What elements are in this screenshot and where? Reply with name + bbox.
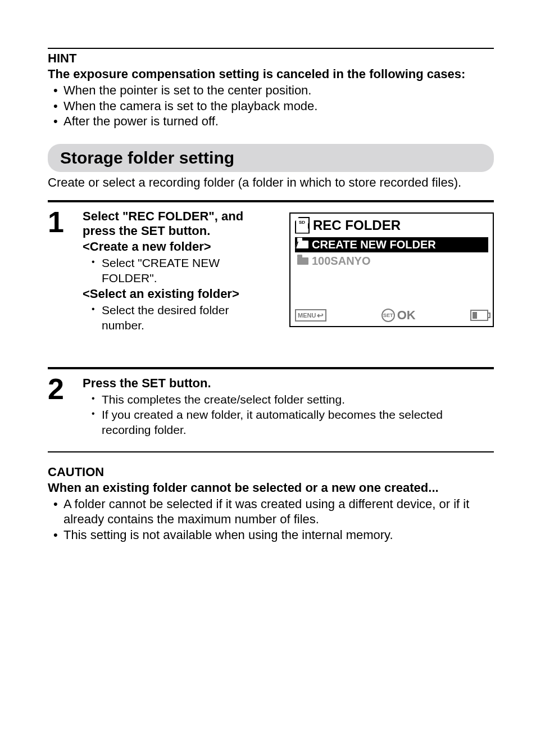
screen-title-row: REC FOLDER (290, 214, 493, 236)
battery-icon (470, 310, 488, 321)
hint-label: HINT (48, 51, 494, 66)
step-1-sub2-list: Select the desired folder number. (83, 302, 274, 333)
screen-title: REC FOLDER (313, 218, 401, 233)
screen-bottom-bar: MENU↩ SET OK (295, 308, 488, 323)
caution-bullets: A folder cannot be selected if it was cr… (48, 496, 494, 543)
return-arrow-icon: ↩ (317, 311, 324, 320)
caution-bullet: A folder cannot be selected if it was cr… (63, 496, 494, 527)
folder-open-icon (297, 241, 308, 248)
divider (48, 451, 494, 452)
caution-title: When an existing folder cannot be select… (48, 481, 494, 495)
step-number: 2 (48, 376, 67, 402)
caution-block: CAUTION When an existing folder cannot b… (48, 465, 494, 543)
folder-closed-icon (297, 257, 308, 265)
divider (48, 200, 494, 202)
step-2-bullet: If you created a new folder, it automati… (102, 407, 494, 438)
hint-bullet: When the pointer is set to the center po… (63, 83, 494, 98)
caution-label: CAUTION (48, 465, 494, 479)
hint-title: The exposure compensation setting is can… (48, 67, 494, 82)
set-ok-group: SET OK (381, 308, 416, 323)
screen-selected-row: CREATE NEW FOLDER (295, 237, 488, 252)
lcd-screen: REC FOLDER CREATE NEW FOLDER 100SANYO ME… (289, 212, 494, 327)
step-2-bullet: This completes the create/select folder … (102, 392, 494, 407)
section-lead: Create or select a recording folder (a f… (48, 175, 494, 190)
step-1-instruction: Select "REC FOLDER", and press the SET b… (83, 209, 274, 238)
divider (48, 367, 494, 369)
menu-label: MENU (298, 312, 316, 319)
page: HINT The exposure compensation setting i… (0, 0, 536, 756)
step-2-body: Press the SET button. This completes the… (83, 376, 494, 438)
section-heading: Storage folder setting (48, 144, 494, 172)
hint-block: HINT The exposure compensation setting i… (48, 51, 494, 129)
step-1-sub2-bullet: Select the desired folder number. (102, 302, 274, 333)
step-1-subhead-create: <Create a new folder> (83, 239, 274, 254)
step-2: 2 Press the SET button. This completes t… (48, 376, 494, 438)
screen-sub-row: 100SANYO (295, 253, 488, 269)
hint-bullet: When the camera is set to the playback m… (63, 98, 494, 114)
step-1-sub1-bullet: Select "CREATE NEW FOLDER". (102, 255, 274, 286)
set-icon: SET (381, 309, 395, 322)
hint-bullets: When the pointer is set to the center po… (48, 83, 494, 129)
caution-bullet: This setting is not available when using… (63, 527, 494, 543)
menu-return-icon: MENU↩ (295, 309, 326, 322)
step-2-instruction: Press the SET button. (83, 376, 494, 391)
ok-label: OK (397, 308, 416, 323)
step-2-bullets: This completes the create/select folder … (83, 392, 494, 438)
sd-card-icon (295, 217, 310, 234)
hint-bullet: After the power is turned off. (63, 114, 494, 129)
step-number: 1 (48, 209, 67, 236)
screen-sub-text: 100SANYO (312, 255, 371, 268)
divider (48, 48, 494, 49)
step-1-body: Select "REC FOLDER", and press the SET b… (83, 209, 274, 333)
step-1-sub1-list: Select "CREATE NEW FOLDER". (83, 255, 274, 286)
screen-selected-text: CREATE NEW FOLDER (312, 238, 436, 251)
section-heading-text: Storage folder setting (60, 148, 234, 167)
step-1-subhead-select: <Select an existing folder> (83, 287, 274, 301)
step-1: 1 Select "REC FOLDER", and press the SET… (48, 209, 494, 333)
